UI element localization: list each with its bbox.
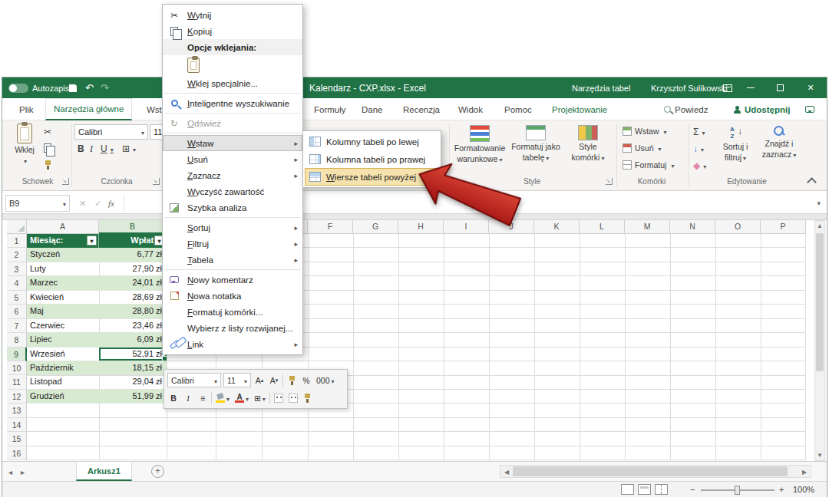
- cell-A11[interactable]: Listopad: [27, 375, 99, 389]
- cell-A9[interactable]: Wrzesień: [27, 348, 99, 361]
- tab-pomoc[interactable]: Pomoc: [497, 98, 540, 120]
- menu-item-paste-keep-formatting[interactable]: [163, 55, 302, 75]
- row-header-3[interactable]: 3: [7, 262, 27, 276]
- clear-button[interactable]: ◆: [693, 160, 706, 171]
- cell-B12[interactable]: 51,99 zł: [99, 390, 167, 404]
- menu-item-filter[interactable]: Filtruj: [163, 236, 302, 252]
- format-as-table-button[interactable]: Formatuj jako tabelę: [510, 125, 561, 163]
- save-button[interactable]: [68, 77, 78, 98]
- sheet-nav-left-icon[interactable]: ◂: [8, 462, 12, 482]
- cell-B3[interactable]: 27,90 zł: [99, 262, 167, 276]
- menu-item-quick-analysis[interactable]: Szybka analiza: [163, 199, 302, 216]
- cell-B8[interactable]: 6,09 zł: [99, 333, 167, 347]
- menu-item-cut[interactable]: ✂Wytnij: [163, 7, 302, 23]
- col-header-G[interactable]: G: [353, 220, 398, 234]
- horizontal-scroll-thumb[interactable]: [513, 466, 788, 476]
- scroll-up-icon[interactable]: ▲: [815, 222, 824, 229]
- cancel-button[interactable]: ✕: [79, 195, 86, 212]
- row-header-15[interactable]: 15: [7, 432, 27, 446]
- menu-item-copy[interactable]: Kopiuj: [163, 23, 302, 39]
- zoom-slider[interactable]: [701, 489, 775, 491]
- font-dialog-launcher[interactable]: ↘: [153, 178, 160, 185]
- page-break-view-button[interactable]: [655, 484, 668, 495]
- col-header-F[interactable]: F: [308, 220, 353, 234]
- copy-button[interactable]: [44, 143, 51, 153]
- fill-color-button[interactable]: [214, 391, 231, 405]
- insert-function-button[interactable]: fx: [108, 195, 114, 212]
- row-header-7[interactable]: 7: [7, 319, 27, 333]
- cell-B2[interactable]: 6,77 zł: [99, 248, 167, 262]
- vertical-scroll-thumb[interactable]: [816, 233, 824, 371]
- align-center-button[interactable]: ≡: [197, 391, 209, 405]
- table-header-payments[interactable]: Wpłaty:: [99, 234, 167, 248]
- insert-cells-button[interactable]: Wstaw: [623, 127, 667, 136]
- cell-A5[interactable]: Kwiecień: [27, 291, 99, 305]
- add-sheet-button[interactable]: +: [151, 465, 164, 478]
- mini-font-combo[interactable]: Calibri: [167, 373, 221, 387]
- tab-dane[interactable]: Dane: [354, 98, 391, 120]
- filter-dropdown-icon[interactable]: [87, 236, 97, 245]
- cell-B5[interactable]: 28,69 zł: [99, 291, 167, 305]
- cell-A6[interactable]: Maj: [27, 305, 99, 318]
- row-header-9[interactable]: 9: [7, 348, 27, 361]
- submenu-item-columns-left[interactable]: Kolumny tabeli po lewej: [305, 133, 439, 150]
- menu-item-new-note[interactable]: Nowa notatka: [163, 288, 302, 304]
- row-header-6[interactable]: 6: [7, 305, 27, 318]
- autosum-button[interactable]: Σ: [693, 127, 705, 137]
- comma-style-button[interactable]: 000: [315, 374, 336, 387]
- mini-borders-button[interactable]: ⊞: [253, 391, 267, 405]
- tab-narzedzia-glowne[interactable]: Narzędzia główne: [45, 98, 132, 120]
- undo-button[interactable]: ↶: [85, 77, 94, 98]
- row-header-16[interactable]: 16: [7, 446, 27, 460]
- cell-A3[interactable]: Luty: [27, 262, 99, 276]
- zoom-level[interactable]: 100%: [793, 485, 814, 494]
- col-header-P[interactable]: P: [761, 220, 806, 234]
- font-color-button[interactable]: A: [233, 391, 250, 405]
- tab-projektowanie[interactable]: Projektowanie: [544, 98, 615, 120]
- menu-item-insert[interactable]: Wstaw: [163, 135, 302, 151]
- maximize-button[interactable]: [768, 77, 791, 98]
- cell-A7[interactable]: Czerwiec: [27, 319, 99, 333]
- tab-formuly[interactable]: Formuły: [306, 98, 354, 120]
- ribbon-display-options-button[interactable]: [716, 77, 739, 98]
- menu-item-sort[interactable]: Sortuj: [163, 219, 302, 236]
- menu-item-link[interactable]: Link: [163, 336, 302, 352]
- paste-button[interactable]: Wklej: [10, 124, 39, 166]
- cell-A8[interactable]: Lipiec: [27, 333, 99, 347]
- mini-format-painter-button[interactable]: [286, 374, 298, 387]
- grow-font-button[interactable]: A: [253, 374, 266, 387]
- redo-button[interactable]: ↷: [101, 77, 109, 98]
- menu-item-smart-lookup[interactable]: Inteligentne wyszukiwanie: [163, 95, 302, 111]
- sheet-nav-right-icon[interactable]: ▸: [21, 462, 25, 482]
- name-box[interactable]: B9: [5, 195, 70, 212]
- cell-A2[interactable]: Styczeń: [27, 248, 99, 262]
- cell-B6[interactable]: 28,80 zł: [99, 305, 167, 318]
- row-header-4[interactable]: 4: [7, 276, 27, 290]
- italic-button[interactable]: I: [90, 143, 93, 155]
- active-cell-B9[interactable]: 52,91 zł: [99, 348, 167, 361]
- cell-B4[interactable]: 24,01 zł: [99, 276, 167, 290]
- font-name-combo[interactable]: Calibri: [74, 124, 148, 140]
- mini-bold-button[interactable]: B: [167, 391, 180, 405]
- tab-widok[interactable]: Widok: [451, 98, 490, 120]
- row-header-8[interactable]: 8: [7, 333, 27, 347]
- row-header-12[interactable]: 12: [7, 390, 27, 404]
- row-header-2[interactable]: 2: [7, 248, 27, 262]
- menu-item-table[interactable]: Tabela: [163, 252, 302, 268]
- menu-item-format-cells[interactable]: Formatuj komórki...: [163, 304, 302, 320]
- cell-A4[interactable]: Marzec: [27, 276, 99, 290]
- menu-item-delete[interactable]: Usuń: [163, 151, 302, 167]
- decrease-decimal-button[interactable]: [287, 391, 299, 405]
- cell-B7[interactable]: 23,46 zł: [99, 319, 167, 333]
- percent-style-button[interactable]: %: [300, 374, 312, 387]
- row-header-11[interactable]: 11: [7, 375, 27, 389]
- tab-powiedz[interactable]: Powiedz: [656, 98, 715, 120]
- cell-B11[interactable]: 29,04 zł: [99, 375, 167, 389]
- clipboard-dialog-launcher[interactable]: ↘: [62, 178, 69, 185]
- styles-dialog-launcher[interactable]: ↘: [606, 178, 613, 185]
- zoom-slider-thumb[interactable]: [735, 486, 740, 495]
- scroll-right-icon[interactable]: ▶: [800, 469, 809, 476]
- mini-brush-button[interactable]: [302, 391, 314, 405]
- col-header-O[interactable]: O: [715, 220, 761, 234]
- menu-item-pick-from-list[interactable]: Wybierz z listy rozwijanej...: [163, 320, 302, 336]
